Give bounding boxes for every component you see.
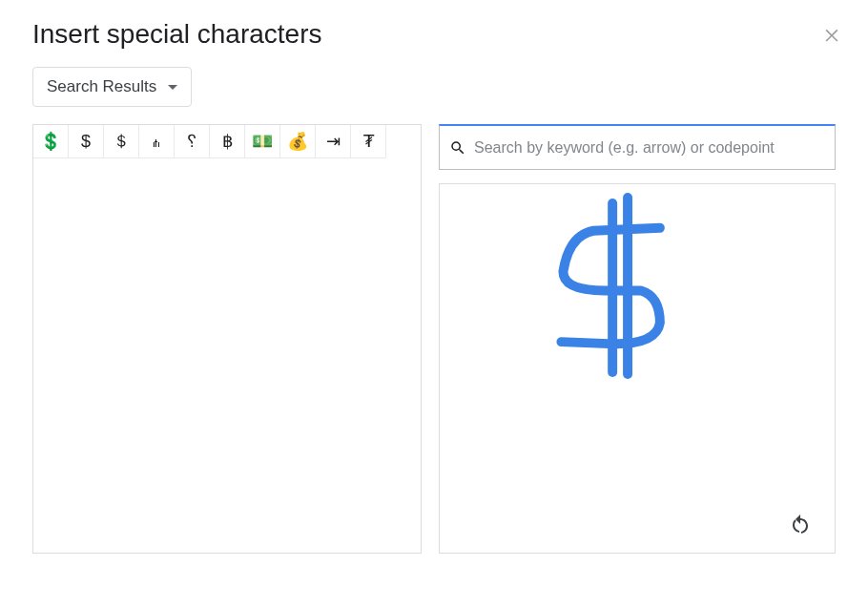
search-icon bbox=[449, 139, 466, 157]
char-cell[interactable]: ␦ bbox=[175, 125, 210, 158]
results-grid: 💲 $ ＄ ₼ ␦ ฿ 💵 💰 ⇥ ₮ bbox=[33, 125, 421, 158]
special-characters-dialog: Insert special characters Search Results… bbox=[0, 0, 868, 608]
dialog-title: Insert special characters bbox=[32, 19, 836, 50]
panels: 💲 $ ＄ ₼ ␦ ฿ 💵 💰 ⇥ ₮ bbox=[32, 124, 836, 554]
undo-button[interactable] bbox=[789, 513, 816, 539]
close-icon bbox=[822, 25, 841, 44]
char-cell[interactable]: ₼ bbox=[139, 125, 175, 158]
char-cell[interactable]: ⇥ bbox=[316, 125, 351, 158]
filter-row: Search Results bbox=[32, 67, 836, 107]
char-cell[interactable]: ＄ bbox=[104, 125, 139, 158]
right-column bbox=[439, 124, 836, 554]
char-cell[interactable]: 💰 bbox=[280, 125, 316, 158]
char-cell[interactable]: ₮ bbox=[351, 125, 386, 158]
char-cell[interactable]: 💵 bbox=[245, 125, 280, 158]
chevron-down-icon bbox=[168, 85, 177, 90]
char-cell[interactable]: 💲 bbox=[33, 125, 69, 158]
draw-panel[interactable] bbox=[439, 183, 836, 554]
category-dropdown[interactable]: Search Results bbox=[32, 67, 192, 107]
dropdown-label: Search Results bbox=[47, 77, 156, 96]
char-cell[interactable]: ฿ bbox=[210, 125, 245, 158]
char-cell[interactable]: $ bbox=[69, 125, 104, 158]
search-input[interactable] bbox=[474, 139, 825, 157]
undo-icon bbox=[789, 513, 812, 535]
close-button[interactable] bbox=[822, 25, 841, 44]
handwriting-canvas bbox=[440, 184, 835, 553]
search-box[interactable] bbox=[439, 124, 836, 170]
results-panel: 💲 $ ＄ ₼ ␦ ฿ 💵 💰 ⇥ ₮ bbox=[32, 124, 422, 554]
